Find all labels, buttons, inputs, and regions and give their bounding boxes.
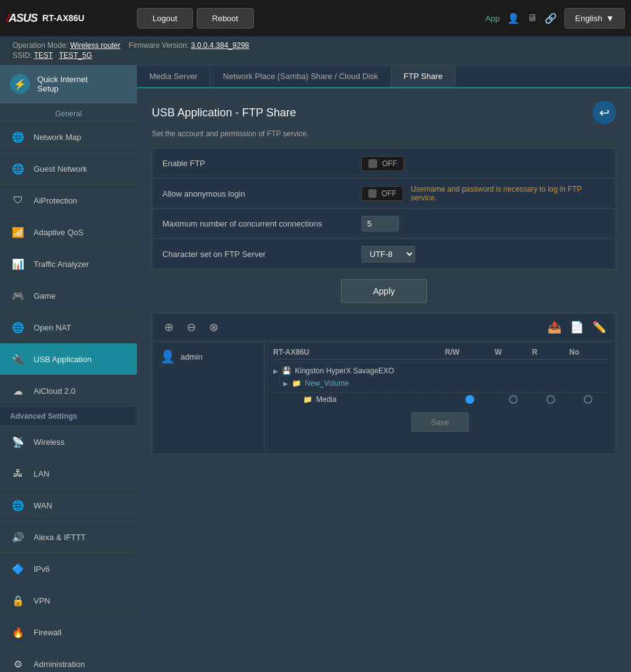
- upload-icon[interactable]: 📤: [546, 319, 563, 336]
- share-icon[interactable]: 🔗: [545, 12, 557, 24]
- drive-name: Kingston HyperX SavageEXO: [295, 366, 394, 375]
- r-radio[interactable]: [546, 395, 555, 404]
- operation-mode-link[interactable]: Wireless router: [70, 41, 121, 50]
- sidebar-label-alexa: Alexa & IFTTT: [34, 533, 86, 542]
- sidebar-item-aiprotection[interactable]: 🛡 AiProtection: [0, 185, 137, 217]
- charset-label: Character set on FTP Server: [152, 242, 352, 266]
- vpn-icon: 🔒: [10, 592, 26, 609]
- sidebar-label-firewall: Firewall: [34, 628, 62, 637]
- sidebar: ⚡ Quick InternetSetup General 🌐 Network …: [0, 65, 137, 672]
- r-radio-cell: [532, 395, 569, 404]
- tab-media-server[interactable]: Media Server: [137, 65, 210, 87]
- delete-icon[interactable]: ✏️: [591, 319, 608, 336]
- user-item-admin[interactable]: 👤 admin: [160, 349, 256, 364]
- sidebar-item-lan[interactable]: 🖧 LAN: [0, 458, 137, 490]
- sidebar-label-guest-network: Guest Network: [34, 164, 87, 174]
- drive-name-header: RT-AX86U: [273, 348, 445, 357]
- settings-panel: Enable FTP OFF Allow anonymous login: [152, 148, 616, 269]
- sidebar-item-open-nat[interactable]: 🌐 Open NAT: [0, 312, 137, 343]
- user-avatar-icon: 👤: [160, 349, 175, 364]
- sidebar-item-adaptive-qos[interactable]: 📶 Adaptive QoS: [0, 217, 137, 248]
- network-map-icon: 🌐: [10, 129, 26, 145]
- sidebar-label-open-nat: Open NAT: [34, 323, 71, 332]
- sidebar-item-wan[interactable]: 🌐 WAN: [0, 490, 137, 521]
- enable-ftp-control: OFF: [352, 150, 615, 177]
- logo-area: /ASUS RT-AX86U: [6, 12, 131, 25]
- wireless-icon: 📡: [10, 434, 26, 450]
- page-content: USB Application - FTP Share ↩ Set the ac…: [137, 88, 631, 467]
- expand-volume-icon: ▶: [283, 380, 288, 387]
- language-button[interactable]: English ▼: [564, 8, 625, 29]
- charset-select[interactable]: UTF-8 ASCII GB2312 Big5: [362, 246, 415, 263]
- sidebar-label-vpn: VPN: [34, 596, 50, 605]
- tab-ftp-share[interactable]: FTP Share: [391, 65, 456, 88]
- sidebar-item-alexa[interactable]: 🔊 Alexa & IFTTT: [0, 521, 137, 553]
- quick-setup-label: Quick InternetSetup: [37, 75, 88, 93]
- usb-application-icon: 🔌: [10, 351, 26, 367]
- sidebar-item-ipv6[interactable]: 🔷 IPv6: [0, 553, 137, 585]
- enable-ftp-toggle[interactable]: OFF: [362, 156, 404, 171]
- logout-button[interactable]: Logout: [137, 8, 193, 29]
- file-toolbar: ⊕ ⊖ ⊗ 📤 📄 ✏️: [152, 314, 615, 342]
- monitor-icon[interactable]: 🖥: [527, 12, 537, 24]
- top-bar: /ASUS RT-AX86U Logout Reboot App 👤 🖥 🔗 E…: [0, 0, 631, 36]
- user-icon[interactable]: 👤: [507, 12, 520, 24]
- firewall-icon: 🔥: [10, 624, 26, 640]
- username-label: admin: [180, 352, 202, 362]
- reboot-button[interactable]: Reboot: [197, 8, 254, 29]
- no-header: No: [569, 348, 607, 357]
- w-header: W: [495, 348, 532, 357]
- rw-header: R/W: [445, 348, 495, 357]
- anon-login-toggle[interactable]: OFF: [362, 186, 403, 201]
- sidebar-item-guest-network[interactable]: 🌐 Guest Network: [0, 153, 137, 185]
- sidebar-item-wireless[interactable]: 📡 Wireless: [0, 426, 137, 458]
- quick-internet-setup[interactable]: ⚡ Quick InternetSetup: [0, 65, 137, 103]
- sidebar-item-firewall[interactable]: 🔥 Firewall: [0, 617, 137, 648]
- page-title-row: USB Application - FTP Share ↩: [152, 101, 616, 124]
- quick-setup-icon: ⚡: [10, 74, 30, 94]
- setting-row-max-connections: Maximum number of concurrent connections: [152, 209, 615, 239]
- traffic-analyzer-icon: 📊: [10, 256, 26, 272]
- sidebar-item-network-map[interactable]: 🌐 Network Map: [0, 121, 137, 153]
- sidebar-label-adaptive-qos: Adaptive QoS: [34, 228, 83, 237]
- remove-button[interactable]: ⊖: [182, 319, 200, 336]
- cancel-button[interactable]: ⊗: [205, 319, 222, 336]
- sidebar-item-vpn[interactable]: 🔒 VPN: [0, 585, 137, 617]
- back-button[interactable]: ↩: [592, 101, 616, 124]
- sidebar-item-game[interactable]: 🎮 Game: [0, 280, 137, 312]
- edit-icon[interactable]: 📄: [568, 319, 586, 336]
- open-nat-icon: 🌐: [10, 319, 26, 335]
- tab-network-place[interactable]: Network Place (Samba) Share / Cloud Disk: [210, 65, 391, 87]
- ssid-2g-link[interactable]: TEST: [34, 51, 52, 60]
- top-icons: 👤 🖥 🔗: [507, 12, 557, 24]
- apply-button[interactable]: Apply: [341, 279, 426, 303]
- folder-name-cell: 📁 Media: [273, 395, 445, 404]
- sidebar-label-wireless: Wireless: [34, 437, 65, 447]
- folder-name: Media: [316, 395, 337, 404]
- add-button[interactable]: ⊕: [160, 319, 177, 336]
- sidebar-item-administration[interactable]: ⚙ Administration: [0, 648, 137, 672]
- w-radio[interactable]: [509, 395, 518, 404]
- general-section-label: General: [0, 103, 137, 121]
- drive-tree: RT-AX86U R/W W R No ▶ 💾 Kingston HyperX …: [264, 342, 615, 454]
- sidebar-item-aicloud[interactable]: ☁ AiCloud 2.0: [0, 375, 137, 407]
- max-connections-input[interactable]: [362, 216, 399, 231]
- ssid-row: SSID: TEST TEST_5G: [12, 51, 619, 60]
- user-list: 👤 admin: [152, 342, 264, 454]
- anon-login-value: OFF: [381, 189, 396, 198]
- setting-row-enable-ftp: Enable FTP OFF: [152, 149, 615, 179]
- firmware-link[interactable]: 3.0.0.4.384_9298: [191, 41, 249, 50]
- rw-radio[interactable]: [465, 395, 474, 404]
- anon-toggle-knob: [368, 189, 376, 198]
- page-subtitle: Set the account and permission of FTP se…: [152, 129, 616, 138]
- drive-row: ▶ 💾 Kingston HyperX SavageEXO: [273, 365, 607, 377]
- save-button[interactable]: Save: [411, 413, 469, 432]
- sidebar-item-usb-application[interactable]: 🔌 USB Application: [0, 343, 137, 375]
- no-radio[interactable]: [584, 395, 592, 404]
- sidebar-item-traffic-analyzer[interactable]: 📊 Traffic Analyzer: [0, 248, 137, 280]
- sidebar-label-traffic-analyzer: Traffic Analyzer: [34, 259, 89, 269]
- aiprotection-icon: 🛡: [10, 192, 26, 208]
- ssid-5g-link[interactable]: TEST_5G: [59, 51, 92, 60]
- sidebar-label-aicloud: AiCloud 2.0: [34, 386, 75, 396]
- enable-ftp-value: OFF: [382, 159, 397, 168]
